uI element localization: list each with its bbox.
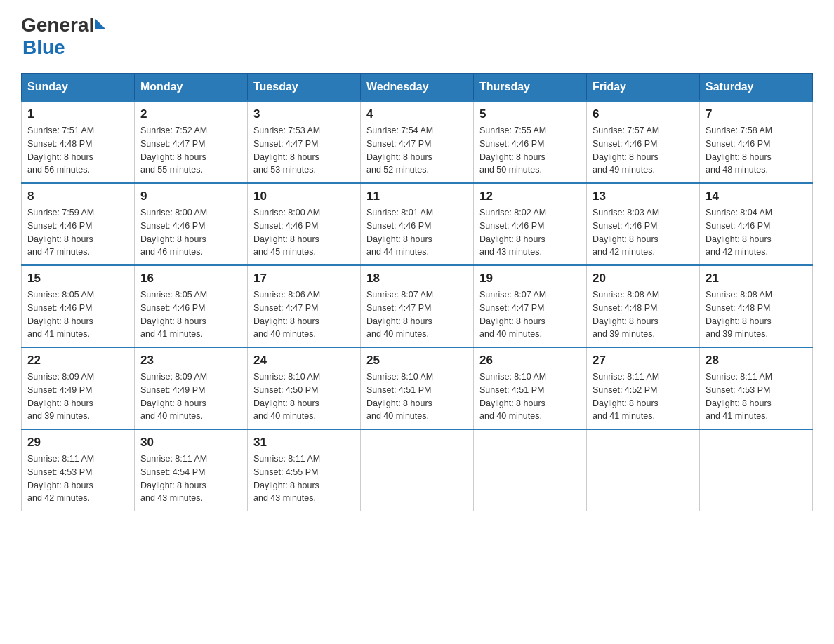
week-row-2: 8Sunrise: 7:59 AMSunset: 4:46 PMDaylight… bbox=[22, 183, 813, 265]
day-number: 8 bbox=[27, 189, 128, 203]
day-number: 1 bbox=[27, 107, 128, 121]
calendar-cell: 11Sunrise: 8:01 AMSunset: 4:46 PMDayligh… bbox=[361, 183, 474, 265]
day-number: 26 bbox=[479, 354, 581, 368]
calendar-cell: 22Sunrise: 8:09 AMSunset: 4:49 PMDayligh… bbox=[22, 347, 135, 429]
day-number: 3 bbox=[253, 107, 355, 121]
calendar-cell: 29Sunrise: 8:11 AMSunset: 4:53 PMDayligh… bbox=[22, 429, 135, 511]
day-info: Sunrise: 8:03 AMSunset: 4:46 PMDaylight:… bbox=[593, 206, 694, 259]
calendar-cell: 8Sunrise: 7:59 AMSunset: 4:46 PMDaylight… bbox=[22, 183, 135, 265]
day-info: Sunrise: 8:05 AMSunset: 4:46 PMDaylight:… bbox=[140, 288, 241, 341]
day-number: 25 bbox=[366, 354, 468, 368]
day-number: 29 bbox=[27, 436, 128, 450]
day-info: Sunrise: 7:55 AMSunset: 4:46 PMDaylight:… bbox=[479, 124, 581, 177]
calendar-cell: 18Sunrise: 8:07 AMSunset: 4:47 PMDayligh… bbox=[361, 265, 474, 347]
day-info: Sunrise: 8:00 AMSunset: 4:46 PMDaylight:… bbox=[253, 206, 355, 259]
day-number: 23 bbox=[140, 354, 241, 368]
day-number: 27 bbox=[593, 354, 694, 368]
header-wednesday: Wednesday bbox=[361, 74, 474, 102]
calendar-cell: 19Sunrise: 8:07 AMSunset: 4:47 PMDayligh… bbox=[474, 265, 587, 347]
day-number: 16 bbox=[140, 271, 241, 286]
day-number: 10 bbox=[253, 189, 355, 203]
calendar-cell: 17Sunrise: 8:06 AMSunset: 4:47 PMDayligh… bbox=[248, 265, 361, 347]
calendar-cell: 10Sunrise: 8:00 AMSunset: 4:46 PMDayligh… bbox=[248, 183, 361, 265]
day-info: Sunrise: 8:02 AMSunset: 4:46 PMDaylight:… bbox=[479, 206, 581, 259]
day-info: Sunrise: 8:06 AMSunset: 4:47 PMDaylight:… bbox=[253, 288, 355, 341]
calendar-cell bbox=[361, 429, 474, 511]
week-row-1: 1Sunrise: 7:51 AMSunset: 4:48 PMDaylight… bbox=[22, 101, 813, 183]
header-monday: Monday bbox=[135, 74, 248, 102]
calendar-cell bbox=[587, 429, 700, 511]
day-number: 31 bbox=[253, 436, 355, 450]
day-info: Sunrise: 8:09 AMSunset: 4:49 PMDaylight:… bbox=[27, 370, 128, 423]
calendar-cell: 31Sunrise: 8:11 AMSunset: 4:55 PMDayligh… bbox=[248, 429, 361, 511]
calendar-cell: 30Sunrise: 8:11 AMSunset: 4:54 PMDayligh… bbox=[135, 429, 248, 511]
day-number: 7 bbox=[706, 107, 807, 121]
day-info: Sunrise: 7:53 AMSunset: 4:47 PMDaylight:… bbox=[253, 124, 355, 177]
calendar-cell: 16Sunrise: 8:05 AMSunset: 4:46 PMDayligh… bbox=[135, 265, 248, 347]
day-info: Sunrise: 8:10 AMSunset: 4:51 PMDaylight:… bbox=[366, 370, 468, 423]
day-number: 18 bbox=[366, 271, 468, 286]
day-number: 6 bbox=[593, 107, 694, 121]
day-number: 21 bbox=[706, 271, 807, 286]
calendar-cell: 20Sunrise: 8:08 AMSunset: 4:48 PMDayligh… bbox=[587, 265, 700, 347]
calendar-cell: 23Sunrise: 8:09 AMSunset: 4:49 PMDayligh… bbox=[135, 347, 248, 429]
day-number: 30 bbox=[140, 436, 241, 450]
day-info: Sunrise: 7:54 AMSunset: 4:47 PMDaylight:… bbox=[366, 124, 468, 177]
day-number: 12 bbox=[479, 189, 581, 203]
logo-general-text: General bbox=[21, 14, 94, 36]
header-friday: Friday bbox=[587, 74, 700, 102]
calendar-cell bbox=[700, 429, 813, 511]
day-info: Sunrise: 8:07 AMSunset: 4:47 PMDaylight:… bbox=[366, 288, 468, 341]
day-info: Sunrise: 8:07 AMSunset: 4:47 PMDaylight:… bbox=[479, 288, 581, 341]
calendar-cell: 15Sunrise: 8:05 AMSunset: 4:46 PMDayligh… bbox=[22, 265, 135, 347]
day-number: 19 bbox=[479, 271, 581, 286]
day-info: Sunrise: 8:08 AMSunset: 4:48 PMDaylight:… bbox=[706, 288, 807, 341]
day-info: Sunrise: 8:08 AMSunset: 4:48 PMDaylight:… bbox=[593, 288, 694, 341]
day-number: 4 bbox=[366, 107, 468, 121]
day-info: Sunrise: 8:11 AMSunset: 4:53 PMDaylight:… bbox=[27, 452, 128, 505]
day-info: Sunrise: 7:59 AMSunset: 4:46 PMDaylight:… bbox=[27, 206, 128, 259]
day-number: 11 bbox=[366, 189, 468, 203]
calendar-cell: 24Sunrise: 8:10 AMSunset: 4:50 PMDayligh… bbox=[248, 347, 361, 429]
day-number: 22 bbox=[27, 354, 128, 368]
day-info: Sunrise: 8:09 AMSunset: 4:49 PMDaylight:… bbox=[140, 370, 241, 423]
day-info: Sunrise: 8:11 AMSunset: 4:52 PMDaylight:… bbox=[593, 370, 694, 423]
header-row: SundayMondayTuesdayWednesdayThursdayFrid… bbox=[22, 74, 813, 102]
day-number: 28 bbox=[706, 354, 807, 368]
week-row-3: 15Sunrise: 8:05 AMSunset: 4:46 PMDayligh… bbox=[22, 265, 813, 347]
day-info: Sunrise: 7:57 AMSunset: 4:46 PMDaylight:… bbox=[593, 124, 694, 177]
day-info: Sunrise: 7:58 AMSunset: 4:46 PMDaylight:… bbox=[706, 124, 807, 177]
logo-blue-text: Blue bbox=[22, 36, 65, 59]
day-info: Sunrise: 8:10 AMSunset: 4:50 PMDaylight:… bbox=[253, 370, 355, 423]
calendar-table: SundayMondayTuesdayWednesdayThursdayFrid… bbox=[21, 73, 813, 511]
day-number: 15 bbox=[27, 271, 128, 286]
calendar-cell: 28Sunrise: 8:11 AMSunset: 4:53 PMDayligh… bbox=[700, 347, 813, 429]
day-number: 9 bbox=[140, 189, 241, 203]
day-number: 17 bbox=[253, 271, 355, 286]
calendar-cell: 27Sunrise: 8:11 AMSunset: 4:52 PMDayligh… bbox=[587, 347, 700, 429]
day-info: Sunrise: 8:11 AMSunset: 4:53 PMDaylight:… bbox=[706, 370, 807, 423]
calendar-cell: 25Sunrise: 8:10 AMSunset: 4:51 PMDayligh… bbox=[361, 347, 474, 429]
calendar-cell: 9Sunrise: 8:00 AMSunset: 4:46 PMDaylight… bbox=[135, 183, 248, 265]
day-number: 5 bbox=[479, 107, 581, 121]
calendar-cell: 13Sunrise: 8:03 AMSunset: 4:46 PMDayligh… bbox=[587, 183, 700, 265]
day-info: Sunrise: 8:10 AMSunset: 4:51 PMDaylight:… bbox=[479, 370, 581, 423]
logo-arrow-icon bbox=[95, 19, 105, 29]
page-header: General Blue bbox=[21, 14, 813, 59]
calendar-cell bbox=[474, 429, 587, 511]
day-number: 20 bbox=[593, 271, 694, 286]
header-tuesday: Tuesday bbox=[248, 74, 361, 102]
header-thursday: Thursday bbox=[474, 74, 587, 102]
day-info: Sunrise: 8:04 AMSunset: 4:46 PMDaylight:… bbox=[706, 206, 807, 259]
day-info: Sunrise: 8:11 AMSunset: 4:54 PMDaylight:… bbox=[140, 452, 241, 505]
day-info: Sunrise: 7:52 AMSunset: 4:47 PMDaylight:… bbox=[140, 124, 241, 177]
calendar-cell: 6Sunrise: 7:57 AMSunset: 4:46 PMDaylight… bbox=[587, 101, 700, 183]
calendar-cell: 1Sunrise: 7:51 AMSunset: 4:48 PMDaylight… bbox=[22, 101, 135, 183]
header-sunday: Sunday bbox=[22, 74, 135, 102]
day-info: Sunrise: 8:01 AMSunset: 4:46 PMDaylight:… bbox=[366, 206, 468, 259]
week-row-5: 29Sunrise: 8:11 AMSunset: 4:53 PMDayligh… bbox=[22, 429, 813, 511]
day-info: Sunrise: 8:11 AMSunset: 4:55 PMDaylight:… bbox=[253, 452, 355, 505]
calendar-cell: 12Sunrise: 8:02 AMSunset: 4:46 PMDayligh… bbox=[474, 183, 587, 265]
calendar-cell: 7Sunrise: 7:58 AMSunset: 4:46 PMDaylight… bbox=[700, 101, 813, 183]
calendar-cell: 3Sunrise: 7:53 AMSunset: 4:47 PMDaylight… bbox=[248, 101, 361, 183]
